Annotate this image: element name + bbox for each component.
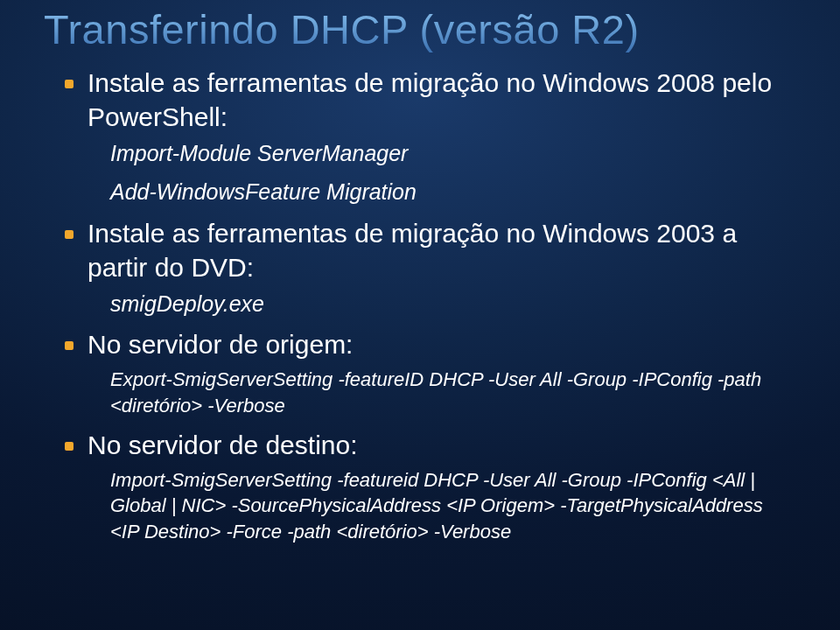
bullet-text: Instale as ferramentas de migração no Wi… xyxy=(88,219,737,282)
sub-line: smigDeploy.exe xyxy=(61,290,796,319)
bullet-text: Instale as ferramentas de migração no Wi… xyxy=(88,68,772,131)
bullet-item: Instale as ferramentas de migração no Wi… xyxy=(61,66,796,134)
bullet-list: Instale as ferramentas de migração no Wi… xyxy=(61,66,796,545)
bullet-item: No servidor de origem: xyxy=(61,327,796,361)
code-line: Export-SmigServerSetting -featureID DHCP… xyxy=(61,367,796,418)
bullet-item: No servidor de destino: xyxy=(61,428,796,462)
sub-line: Add-WindowsFeature Migration xyxy=(61,178,796,207)
bullet-item: Instale as ferramentas de migração no Wi… xyxy=(61,216,796,284)
code-line: Import-SmigServerSetting -featureid DHCP… xyxy=(61,467,796,545)
slide-title: Transferindo DHCP (versão R2) xyxy=(44,0,796,53)
bullet-text: No servidor de destino: xyxy=(88,430,358,459)
bullet-text: No servidor de origem: xyxy=(88,330,353,359)
slide-content: Transferindo DHCP (versão R2) Instale as… xyxy=(0,0,840,545)
sub-line: Import-Module ServerManager xyxy=(61,139,796,169)
